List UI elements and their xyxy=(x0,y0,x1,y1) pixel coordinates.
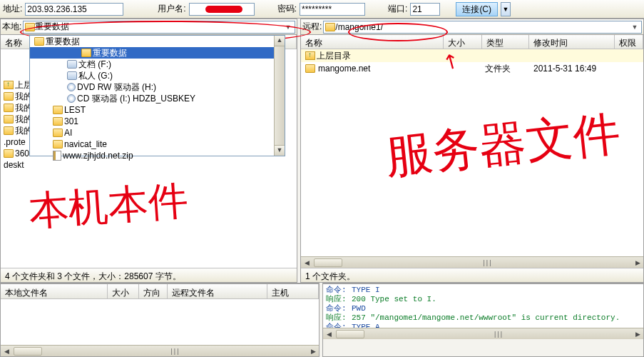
up-folder-icon xyxy=(305,51,315,60)
tree-item[interactable]: LEST xyxy=(30,104,285,116)
username-label: 用户名: xyxy=(158,3,185,15)
log-hscroll[interactable]: ◀ ||| ▶ xyxy=(323,328,643,339)
connect-button[interactable]: 连接(C) xyxy=(456,2,498,16)
remote-pathbar: 远程: /mangome1/ ▼ xyxy=(301,19,643,35)
queue-header: 本地文件名 大小 方向 远程文件名 主机 xyxy=(1,283,319,299)
queue-col-host[interactable]: 主机 xyxy=(267,284,319,298)
connection-toolbar: 地址: 用户名: 密码: 端口: 连接(C) ▼ xyxy=(0,0,644,19)
tree-item[interactable]: CD 驱动器 (I:) HDZB_USBKEY xyxy=(30,93,285,104)
folder-icon xyxy=(53,140,63,149)
queue-col-remotename[interactable]: 远程文件名 xyxy=(168,284,267,298)
remote-path-label: 远程: xyxy=(302,21,323,33)
scroll-up-icon[interactable]: ▲ xyxy=(275,36,285,46)
chevron-down-icon[interactable]: ▼ xyxy=(283,24,293,31)
bottom-row: 本地文件名 大小 方向 远程文件名 主机 ◀ ||| ▶ 命令:TYPE I 响… xyxy=(0,283,644,357)
folder-icon xyxy=(4,126,14,135)
local-path-text: 重要数据 xyxy=(35,21,283,33)
scroll-left-icon[interactable]: ◀ xyxy=(323,331,334,338)
remote-col-size[interactable]: 大小 xyxy=(444,35,482,49)
remote-col-name[interactable]: 名称 xyxy=(301,35,444,49)
folder-icon xyxy=(305,64,315,73)
up-folder-icon xyxy=(4,81,14,89)
remote-list-header: 名称 大小 类型 修改时间 权限 xyxy=(301,35,643,49)
folder-icon xyxy=(25,23,35,31)
port-label: 端口: xyxy=(388,3,407,15)
remote-hscroll[interactable]: ◀ ||| ▶ xyxy=(301,256,643,268)
scroll-left-icon[interactable]: ◀ xyxy=(1,348,12,355)
tree-item[interactable]: 重要数据 xyxy=(30,47,285,59)
cd-icon xyxy=(67,94,76,103)
log-pane: 命令:TYPE I 响应:200 Type set to I. 命令:PWD 响… xyxy=(322,283,644,357)
scroll-right-icon[interactable]: ▶ xyxy=(307,348,319,355)
remote-status: 1 个文件夹。 xyxy=(301,268,643,282)
tree-item[interactable]: 私人 (G:) xyxy=(30,70,285,81)
connect-dropdown[interactable]: ▼ xyxy=(501,2,511,16)
table-row[interactable]: mangome.net 文件夹 2011-5-31 16:49 xyxy=(301,62,643,75)
scroll-down-icon[interactable]: ▼ xyxy=(275,145,285,156)
remote-col-perm[interactable]: 权限 xyxy=(615,35,643,49)
scroll-thumb[interactable] xyxy=(14,347,42,356)
tree-item[interactable]: 文档 (F:) xyxy=(30,59,285,70)
address-label: 地址: xyxy=(3,3,22,15)
drive-icon xyxy=(67,60,77,69)
up-dir-row[interactable]: 上层目录 xyxy=(301,49,643,62)
queue-col-dir[interactable]: 方向 xyxy=(139,284,168,298)
password-label: 密码: xyxy=(277,3,297,15)
scroll-left-icon[interactable]: ◀ xyxy=(301,259,312,266)
folder-icon xyxy=(4,149,14,158)
tree-root[interactable]: 重要数据 xyxy=(30,36,285,47)
local-pathbar: 本地: 重要数据 ▼ xyxy=(1,19,297,35)
remote-col-mtime[interactable]: 修改时间 xyxy=(529,35,615,49)
username-input[interactable] xyxy=(189,3,255,16)
tree-item[interactable]: DVD RW 驱动器 (H:) xyxy=(30,81,285,93)
local-status: 4 个文件夹和 3 个文件，大小：285607 字节。 xyxy=(1,268,297,282)
queue-body[interactable] xyxy=(1,299,319,345)
folder-icon xyxy=(53,106,63,114)
folder-icon xyxy=(4,92,14,101)
folder-icon xyxy=(34,37,44,46)
tree-item[interactable]: www.zjhjdd.net.zip xyxy=(30,150,285,161)
port-input[interactable] xyxy=(410,3,440,16)
address-input[interactable] xyxy=(25,3,123,16)
folder-icon xyxy=(81,49,91,57)
scroll-thumb[interactable] xyxy=(314,258,342,267)
queue-col-localname[interactable]: 本地文件名 xyxy=(1,284,108,298)
local-path-dropdown[interactable]: 重要数据 重要数据 文档 (F:) 私人 (G:) DVD RW 驱动器 (H:… xyxy=(29,35,285,156)
queue-hscroll[interactable]: ◀ ||| ▶ xyxy=(1,345,319,356)
folder-icon xyxy=(325,23,335,31)
dropdown-scrollbar[interactable]: ▲ ▼ xyxy=(274,36,285,156)
tree-item[interactable]: 301 xyxy=(30,116,285,127)
remote-path-text: /mangome1/ xyxy=(335,22,630,32)
folder-icon xyxy=(53,117,63,126)
local-pane: 本地: 重要数据 ▼ 名称 上层目 我的视 我的图 我的文 我的音 .prote… xyxy=(0,19,297,283)
zip-icon xyxy=(53,151,61,161)
tree-item[interactable]: AI xyxy=(30,127,285,139)
chevron-down-icon[interactable]: ▼ xyxy=(630,24,640,31)
main-split: 本地: 重要数据 ▼ 名称 上层目 我的视 我的图 我的文 我的音 .prote… xyxy=(0,19,644,283)
scroll-thumb[interactable] xyxy=(336,330,364,338)
remote-filelist[interactable]: 上层目录 mangome.net 文件夹 2011-5-31 16:49 xyxy=(301,49,643,256)
folder-icon xyxy=(53,129,63,137)
local-path-label: 本地: xyxy=(2,21,23,33)
transfer-queue: 本地文件名 大小 方向 远程文件名 主机 ◀ ||| ▶ xyxy=(0,283,320,357)
remote-pane: 远程: /mangome1/ ▼ 名称 大小 类型 修改时间 权限 上层目录 m… xyxy=(300,19,644,283)
remote-col-type[interactable]: 类型 xyxy=(482,35,529,49)
password-input[interactable] xyxy=(300,3,365,16)
scroll-right-icon[interactable]: ▶ xyxy=(632,259,643,266)
local-path-combo[interactable]: 重要数据 ▼ xyxy=(23,21,295,34)
queue-col-size[interactable]: 大小 xyxy=(108,284,139,298)
folder-icon xyxy=(4,104,14,112)
remote-path-combo[interactable]: /mangome1/ ▼ xyxy=(323,21,642,34)
drive-icon xyxy=(67,71,77,80)
scroll-right-icon[interactable]: ▶ xyxy=(632,331,643,338)
ftp-log[interactable]: 命令:TYPE I 响应:200 Type set to I. 命令:PWD 响… xyxy=(323,283,643,328)
folder-icon xyxy=(4,115,14,124)
dvd-icon xyxy=(67,83,76,91)
tree-item[interactable]: navicat_lite xyxy=(30,139,285,150)
